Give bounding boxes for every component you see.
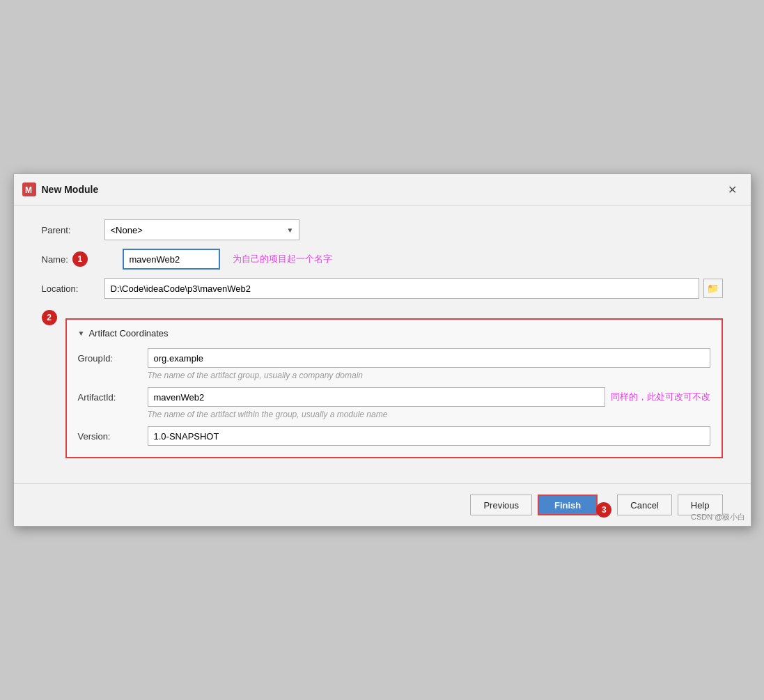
finish-button[interactable]: Finish <box>538 495 598 515</box>
watermark: CSDN @极小白 <box>691 512 745 522</box>
browse-button[interactable]: 📁 <box>703 279 723 298</box>
badge-3-finish-wrap: Finish 3 <box>538 492 611 518</box>
parent-row: Parent: <None> <box>42 219 723 240</box>
version-label: Version: <box>78 431 148 442</box>
parent-label: Parent: <box>42 225 104 235</box>
app-icon: M <box>22 182 36 196</box>
svg-text:M: M <box>25 185 32 195</box>
name-chinese-hint: 为自己的项目起一个名字 <box>233 253 332 265</box>
parent-select[interactable]: <None> <box>104 219 299 240</box>
name-label-wrap: Name: 1 <box>42 251 118 267</box>
artifactid-chinese-hint: 同样的，此处可改可不改 <box>611 391 710 403</box>
badge-2: 2 <box>42 310 57 325</box>
artifact-section: ▼ Artifact Coordinates GroupId: The name… <box>65 318 723 458</box>
artifactid-input[interactable] <box>148 387 605 407</box>
folder-icon: 📁 <box>707 283 719 294</box>
dialog-footer: Previous Finish 3 Cancel Help <box>14 483 751 526</box>
groupid-label: GroupId: <box>78 353 148 364</box>
artifact-section-title: Artifact Coordinates <box>88 328 168 339</box>
location-control: 📁 <box>104 278 723 299</box>
groupid-input[interactable] <box>148 348 710 368</box>
name-input[interactable] <box>123 249 220 270</box>
name-label: Name: <box>42 254 68 265</box>
artifact-header[interactable]: ▼ Artifact Coordinates <box>78 328 710 339</box>
badge-3: 3 <box>596 502 611 518</box>
parent-select-wrap: <None> <box>104 219 299 240</box>
dialog-title: New Module <box>42 184 717 195</box>
version-row: Version: <box>78 426 710 446</box>
groupid-row: GroupId: <box>78 348 710 368</box>
title-bar: M New Module ✕ <box>14 174 751 205</box>
dialog-body: Parent: <None> Name: 1 为自己的项目起一个名字 Locat… <box>14 205 751 483</box>
location-row: Location: 📁 <box>42 278 723 299</box>
location-label: Location: <box>42 283 104 294</box>
parent-control: <None> <box>104 219 723 240</box>
badge-2-wrap: 2 <box>42 307 57 469</box>
previous-button[interactable]: Previous <box>470 495 532 515</box>
new-module-dialog: M New Module ✕ Parent: <None> Name: <box>13 173 751 527</box>
cancel-button[interactable]: Cancel <box>617 495 671 515</box>
groupid-hint: The name of the artifact group, usually … <box>148 371 710 380</box>
artifactid-label: ArtifactId: <box>78 392 148 403</box>
collapse-arrow-icon: ▼ <box>78 329 85 337</box>
name-row: Name: 1 为自己的项目起一个名字 <box>42 249 723 270</box>
badge-1: 1 <box>72 251 88 267</box>
location-input[interactable] <box>104 278 699 299</box>
artifactid-row: ArtifactId: 同样的，此处可改可不改 <box>78 387 710 407</box>
artifactid-hint: The name of the artifact within the grou… <box>148 410 710 419</box>
version-input[interactable] <box>148 426 710 446</box>
close-button[interactable]: ✕ <box>723 180 742 199</box>
artifact-section-wrap: 2 ▼ Artifact Coordinates GroupId: The na… <box>42 307 723 469</box>
